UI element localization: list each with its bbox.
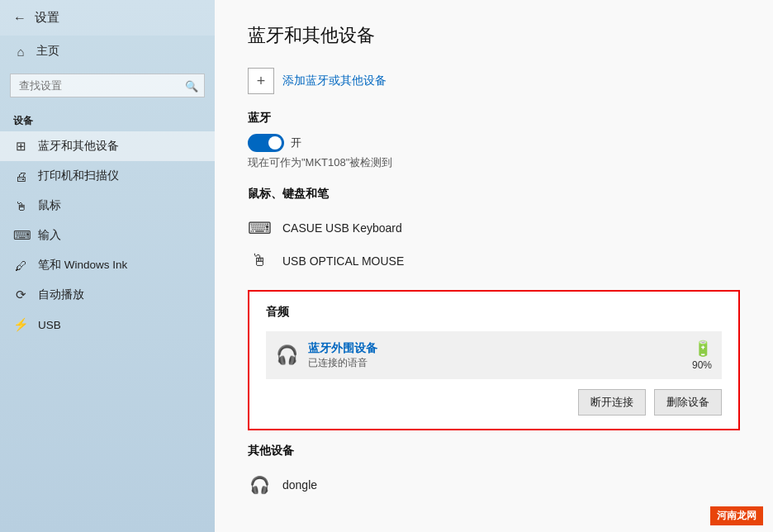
input-nav-label: 输入 xyxy=(38,228,61,243)
disconnect-button[interactable]: 断开连接 xyxy=(578,389,646,416)
add-device-label: 添加蓝牙或其他设备 xyxy=(282,74,386,88)
audio-device-info: 蓝牙外围设备 已连接的语音 xyxy=(308,341,377,370)
pen-nav-icon: 🖊 xyxy=(13,259,28,273)
watermark: 河南龙网 xyxy=(710,506,763,525)
home-label: 主页 xyxy=(36,44,59,59)
other-section: 其他设备 🎧 dongle xyxy=(248,444,740,501)
add-icon: + xyxy=(248,68,274,94)
search-icon: 🔍 xyxy=(185,79,198,92)
device-icon: 🖱 xyxy=(248,251,271,270)
audio-action-buttons: 断开连接 删除设备 xyxy=(266,389,722,416)
bluetooth-discoverable-text: 现在可作为"MKT108"被检测到 xyxy=(248,155,740,170)
autoplay-nav-icon: ⟳ xyxy=(13,287,28,302)
mouse-keyboard-heading: 鼠标、键盘和笔 xyxy=(248,187,740,202)
sidebar-item-autoplay[interactable]: ⟳ 自动播放 xyxy=(0,280,215,310)
mouse-keyboard-devices: ⌨ CASUE USB Keyboard 🖱 USB OPTICAL MOUSE xyxy=(248,211,740,277)
audio-device-right: 🔋 90% xyxy=(692,340,712,371)
bluetooth-nav-icon: ⊞ xyxy=(13,139,28,154)
bluetooth-nav-label: 蓝牙和其他设备 xyxy=(38,139,119,154)
sidebar-title: 设置 xyxy=(35,10,59,26)
mouse-nav-icon: 🖱 xyxy=(13,199,28,213)
audio-section-box: 音频 🎧 蓝牙外围设备 已连接的语音 🔋 90% 断开连接 删除设备 xyxy=(248,290,740,430)
device-item: ⌨ CASUE USB Keyboard xyxy=(248,211,740,245)
device-icon: ⌨ xyxy=(248,218,271,238)
bluetooth-toggle-label: 开 xyxy=(291,135,301,150)
sidebar-item-pen[interactable]: 🖊 笔和 Windows Ink xyxy=(0,250,215,280)
add-device-button[interactable]: + 添加蓝牙或其他设备 xyxy=(248,68,740,94)
battery-percentage: 90% xyxy=(692,359,712,371)
toggle-knob xyxy=(268,136,282,150)
remove-device-button[interactable]: 删除设备 xyxy=(654,389,722,416)
audio-section-title: 音频 xyxy=(266,305,722,320)
sidebar-header: ← 设置 xyxy=(0,0,215,36)
pen-nav-label: 笔和 Windows Ink xyxy=(38,258,127,273)
search-input[interactable] xyxy=(10,74,205,97)
other-device-item: 🎧 dongle xyxy=(248,468,740,501)
page-title: 蓝牙和其他设备 xyxy=(248,23,740,48)
main-content: 蓝牙和其他设备 + 添加蓝牙或其他设备 蓝牙 开 现在可作为"MKT108"被检… xyxy=(215,0,773,532)
device-item: 🖱 USB OPTICAL MOUSE xyxy=(248,245,740,277)
other-device-icon: 🎧 xyxy=(248,475,271,495)
sidebar-item-printer[interactable]: 🖨 打印机和扫描仪 xyxy=(0,161,215,191)
usb-nav-icon: ⚡ xyxy=(13,317,28,332)
bluetooth-toggle[interactable] xyxy=(248,134,284,152)
sidebar-item-mouse[interactable]: 🖱 鼠标 xyxy=(0,191,215,221)
printer-nav-icon: 🖨 xyxy=(13,169,28,183)
input-nav-icon: ⌨ xyxy=(13,228,28,243)
other-device-name: dongle xyxy=(282,478,317,492)
sidebar-item-input[interactable]: ⌨ 输入 xyxy=(0,221,215,250)
bluetooth-heading: 蓝牙 xyxy=(248,111,740,126)
sidebar: ← 设置 ⌂ 主页 🔍 设备 ⊞ 蓝牙和其他设备 🖨 打印机和扫描仪 🖱 鼠标 … xyxy=(0,0,215,532)
autoplay-nav-label: 自动播放 xyxy=(38,287,84,302)
audio-device-row: 🎧 蓝牙外围设备 已连接的语音 🔋 90% xyxy=(266,331,722,379)
other-heading: 其他设备 xyxy=(248,444,740,458)
sidebar-home-button[interactable]: ⌂ 主页 xyxy=(0,36,215,67)
audio-device-subtitle: 已连接的语音 xyxy=(308,356,377,370)
audio-device-icon: 🎧 xyxy=(276,344,298,366)
device-name: USB OPTICAL MOUSE xyxy=(282,254,404,268)
battery-icon: 🔋 xyxy=(694,340,712,358)
printer-nav-label: 打印机和扫描仪 xyxy=(38,169,119,183)
search-box: 🔍 xyxy=(10,74,205,97)
bluetooth-toggle-row: 开 xyxy=(248,134,740,152)
device-name: CASUE USB Keyboard xyxy=(282,221,402,235)
audio-device-name: 蓝牙外围设备 xyxy=(308,341,377,356)
back-icon: ← xyxy=(13,11,26,26)
home-icon: ⌂ xyxy=(13,45,28,59)
back-button[interactable]: ← xyxy=(13,11,26,26)
sidebar-item-usb[interactable]: ⚡ USB xyxy=(0,310,215,340)
devices-section-label: 设备 xyxy=(0,104,215,131)
sidebar-item-bluetooth[interactable]: ⊞ 蓝牙和其他设备 xyxy=(0,131,215,161)
mouse-nav-label: 鼠标 xyxy=(38,198,61,213)
nav-items: ⊞ 蓝牙和其他设备 🖨 打印机和扫描仪 🖱 鼠标 ⌨ 输入 🖊 笔和 Windo… xyxy=(0,131,215,340)
other-devices: 🎧 dongle xyxy=(248,468,740,501)
usb-nav-label: USB xyxy=(38,319,61,331)
audio-device-left: 🎧 蓝牙外围设备 已连接的语音 xyxy=(276,341,377,370)
